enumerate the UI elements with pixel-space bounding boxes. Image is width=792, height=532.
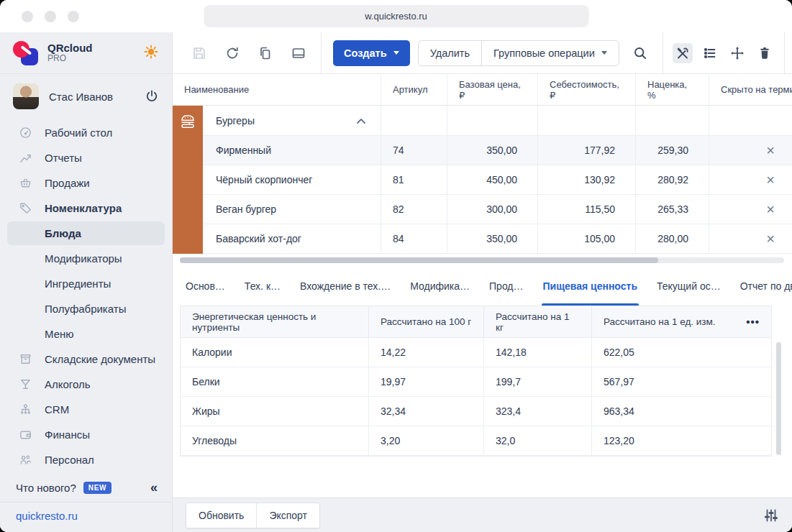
sidebar-item-semifinished[interactable]: Полуфабрикаты [0, 296, 172, 321]
column-settings-sliders-icon[interactable] [763, 508, 779, 523]
hidden-on-terminal-x-icon[interactable]: × [766, 202, 775, 216]
quickresto-site-link[interactable]: quickresto.ru [0, 503, 172, 532]
column-header-per-1kg: Рассчитано на 1 кг [484, 306, 592, 337]
sidebar-item-crm[interactable]: CRM [0, 397, 172, 422]
caret-down-icon [601, 51, 607, 55]
address-bar[interactable]: w.quickresto.ru [204, 5, 588, 27]
brand-name: QRcloud [47, 42, 93, 54]
sidebar-item-sales[interactable]: Продажи [0, 170, 172, 196]
tab-movement-report[interactable]: Отчет по дви… [740, 267, 792, 306]
save-icon[interactable] [190, 44, 209, 63]
search-icon[interactable] [631, 44, 650, 63]
nutrition-row: Углеводы 3,20 32,0 123,20 [181, 426, 771, 456]
column-header-sku[interactable]: Артикул [381, 74, 447, 105]
content-spacer [173, 457, 792, 497]
terminal-screen-icon[interactable] [289, 44, 308, 63]
tab-tech-card[interactable]: Тех. к… [245, 267, 281, 306]
group-operations-button[interactable]: Групповые операции [481, 41, 619, 65]
chevron-up-icon[interactable] [356, 115, 366, 127]
create-button[interactable]: Создать [333, 40, 410, 66]
toolbar: Создать Удалить Групповые операции [173, 32, 792, 74]
user-name: Стас Иванов [49, 91, 113, 103]
copy-icon[interactable] [256, 44, 275, 63]
sales-basket-icon [19, 176, 33, 190]
sidebar-item-warehouse-docs[interactable]: Складские документы [0, 347, 172, 372]
list-settings-icon[interactable] [700, 43, 720, 63]
refresh-button[interactable]: Обновить [186, 503, 256, 528]
dish-row[interactable]: Баварский хот-дог 84 350,00 105,00 280,0… [173, 224, 792, 254]
dish-row[interactable]: Веган бургер 82 300,00 115,50 265,33 × [173, 195, 792, 224]
window-zoom-button[interactable] [68, 11, 79, 22]
column-header-markup[interactable]: Наценка, % [636, 74, 709, 105]
user-avatar [13, 83, 39, 109]
sidebar-footer: Что нового? NEW « quickresto.ru [0, 475, 172, 532]
move-icon[interactable] [727, 43, 747, 63]
sidebar-item-modifiers[interactable]: Модификаторы [0, 246, 172, 271]
category-row-burgers[interactable]: Бургеры [173, 106, 792, 136]
nutrition-table: Энергетическая ценность и нутриенты Расс… [180, 306, 772, 457]
refresh-icon[interactable] [223, 44, 242, 63]
nutrition-table-header: Энергетическая ценность и нутриенты Расс… [181, 306, 771, 338]
toolbar-divider [784, 32, 785, 73]
sidebar-item-finance[interactable]: Финансы [0, 422, 172, 447]
export-button[interactable]: Экспорт [256, 503, 319, 528]
sidebar-collapse-icon[interactable]: « [150, 480, 158, 495]
whats-new-link[interactable]: Что нового? NEW « [0, 475, 172, 502]
dish-row[interactable]: Фирменный 74 350,00 177,92 259,30 × [173, 136, 792, 165]
staff-people-icon [19, 453, 33, 467]
trash-icon[interactable] [755, 43, 775, 63]
sidebar-item-ingredients[interactable]: Ингредиенты [0, 271, 172, 296]
column-header-hidden-on-terminal[interactable]: Скрыто на терми [709, 74, 792, 105]
alcohol-martini-icon [19, 377, 33, 391]
tab-current-stock[interactable]: Текущий ос… [657, 267, 721, 306]
tab-modifiers[interactable]: Модифика… [410, 267, 470, 306]
finance-wallet-icon [19, 428, 33, 441]
dish-table-body: Бургеры Фирменный 74 350,00 177,92 [173, 106, 792, 254]
column-header-name[interactable]: Наименование [173, 74, 381, 105]
reports-chart-icon [19, 151, 33, 165]
dish-table-header: Наименование Артикул Базовая цена, ₽ Себ… [173, 74, 792, 106]
detail-tabs: Основ… Тех. к… Вхождение в тех.… Модифик… [173, 267, 792, 306]
horizontal-scrollbar [173, 254, 792, 267]
tools-icon[interactable] [673, 43, 693, 63]
tab-tech-inclusion[interactable]: Вхождение в тех.… [300, 267, 391, 306]
tab-main[interactable]: Основ… [186, 267, 225, 306]
logout-power-icon[interactable] [145, 89, 159, 104]
category-name: Бургеры [216, 115, 255, 127]
scrollbar-thumb[interactable] [180, 257, 658, 263]
nutrition-row: Белки 19,97 199,7 567,97 [181, 367, 771, 397]
column-header-nutrients: Энергетическая ценность и нутриенты [181, 306, 369, 337]
warehouse-box-icon [19, 352, 33, 366]
sidebar-item-menu[interactable]: Меню [0, 321, 172, 347]
nutrition-row: Калории 14,22 142,18 622,05 [181, 338, 771, 367]
dish-row[interactable]: Чёрный скорпиончег 81 450,00 130,92 280,… [173, 165, 792, 195]
dashboard-gauge-icon [19, 126, 33, 139]
sidebar-item-dishes[interactable]: Блюда [7, 221, 165, 245]
tab-nutrition[interactable]: Пищевая ценность [543, 267, 637, 306]
sidebar-item-staff[interactable]: Персонал [0, 447, 172, 472]
delete-button[interactable]: Удалить [419, 41, 481, 65]
column-header-cost[interactable]: Себестоимость, ₽ [538, 74, 636, 105]
sidebar-item-alcohol[interactable]: Алкоголь [0, 372, 172, 397]
sidebar: QRcloud PRO Стас Иванов [0, 32, 173, 532]
theme-sun-icon[interactable] [143, 44, 159, 63]
toolbar-divider [321, 32, 322, 73]
hidden-on-terminal-x-icon[interactable]: × [766, 173, 775, 187]
qrcloud-logo-icon [13, 40, 39, 66]
app-window: w.quickresto.ru QRcloud PRO [0, 0, 792, 532]
tab-sales[interactable]: Прод… [489, 267, 524, 306]
brand-plan: PRO [47, 54, 93, 64]
more-options-icon[interactable]: ••• [746, 316, 760, 328]
nomenclature-tag-icon [19, 201, 33, 215]
sidebar-item-dashboard[interactable]: Рабочий стол [0, 120, 172, 145]
sidebar-item-reports[interactable]: Отчеты [0, 145, 172, 170]
window-minimize-button[interactable] [45, 11, 56, 22]
column-header-base-price[interactable]: Базовая цена, ₽ [447, 74, 538, 105]
hidden-on-terminal-x-icon[interactable]: × [766, 143, 775, 157]
hidden-on-terminal-x-icon[interactable]: × [766, 231, 775, 246]
vertical-scrollbar-thumb[interactable] [776, 342, 781, 455]
sidebar-item-nomenclature[interactable]: Номенклатура [0, 196, 172, 221]
caret-down-icon [393, 51, 399, 55]
actions-button-group: Удалить Групповые операции [418, 40, 619, 66]
window-close-button[interactable] [22, 11, 33, 22]
